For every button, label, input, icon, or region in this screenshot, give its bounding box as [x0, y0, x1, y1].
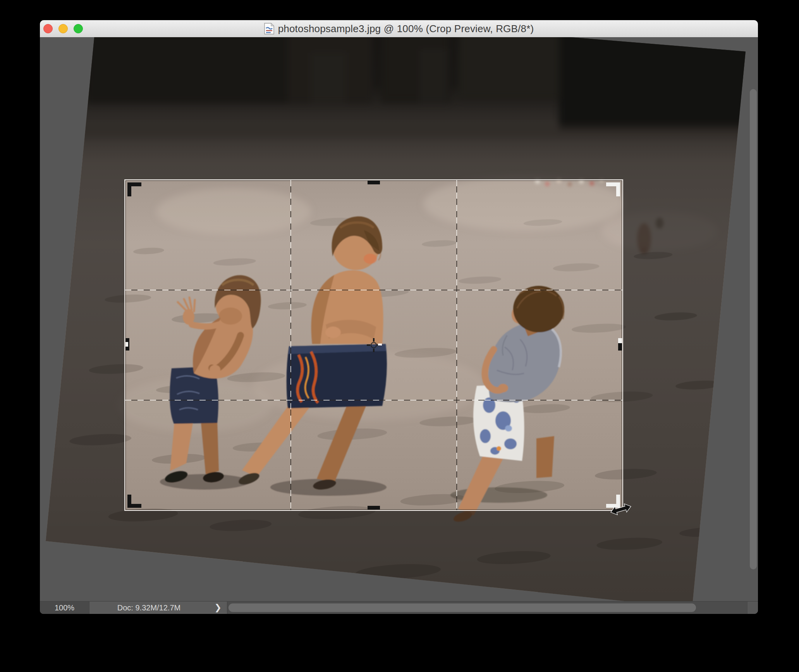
title-group: photoshopsample3.jpg @ 100% (Crop Previe… — [40, 23, 758, 35]
doc-size-info: Doc: 9.32M/12.7M — [89, 603, 208, 612]
crop-handle-right[interactable] — [618, 338, 622, 351]
zoom-level-field[interactable]: 100% — [40, 602, 89, 614]
photoshop-document-window[interactable]: photoshopsample3.jpg @ 100% (Crop Previe… — [40, 20, 758, 614]
window-controls — [43, 20, 83, 37]
close-button[interactable] — [43, 24, 53, 33]
document-canvas[interactable] — [40, 37, 758, 602]
scrollbar-corner — [747, 602, 758, 614]
desktop-background: photoshopsample3.jpg @ 100% (Crop Previe… — [0, 0, 799, 672]
status-bar: 100% Doc: 9.32M/12.7M ❯ — [40, 601, 758, 614]
title-bar[interactable]: photoshopsample3.jpg @ 100% (Crop Previe… — [40, 20, 758, 38]
zoom-level-value: 100% — [55, 603, 74, 612]
horizontal-scrollbar[interactable] — [227, 602, 758, 614]
vertical-scrollbar-thumb[interactable] — [750, 89, 757, 569]
crop-handle-top[interactable] — [368, 180, 380, 184]
doc-info-section: Doc: 9.32M/12.7M ❯ — [89, 602, 227, 614]
crop-handle-bottom[interactable] — [368, 506, 380, 510]
crop-handle-left[interactable] — [125, 338, 129, 351]
document-icon — [264, 23, 274, 34]
horizontal-scrollbar-thumb[interactable] — [229, 603, 696, 612]
status-menu-chevron-icon[interactable]: ❯ — [212, 602, 224, 614]
window-title: photoshopsample3.jpg @ 100% (Crop Previe… — [278, 23, 534, 35]
zoom-button[interactable] — [74, 24, 83, 33]
canvas-render — [40, 37, 758, 602]
minimize-button[interactable] — [58, 24, 68, 33]
